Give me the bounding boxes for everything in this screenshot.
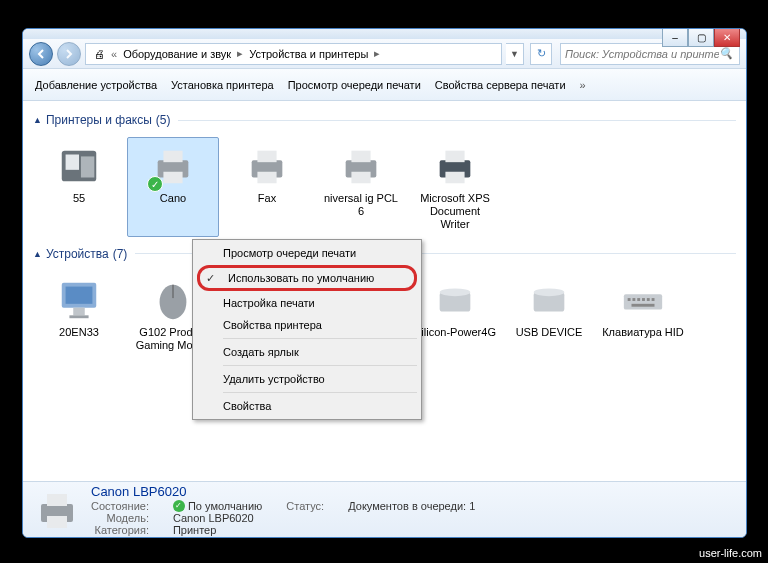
close-button[interactable]: ✕ — [714, 29, 740, 47]
printer-item[interactable]: Microsoft XPS Document Writer — [409, 137, 501, 237]
svg-rect-11 — [351, 172, 370, 184]
item-label: Клавиатура HID — [602, 326, 684, 339]
svg-point-30 — [534, 288, 565, 296]
titlebar: – ▢ ✕ — [23, 29, 746, 39]
printer-icon — [243, 142, 291, 190]
item-label: 55 — [73, 192, 85, 205]
drive-icon — [431, 276, 479, 324]
item-label: Silicon-Power4G — [414, 326, 496, 339]
svg-rect-18 — [69, 315, 88, 318]
server-props-button[interactable]: Свойства сервера печати — [435, 79, 566, 91]
svg-rect-14 — [445, 172, 464, 184]
item-label: USB DEVICE — [516, 326, 583, 339]
collapse-icon: ▲ — [33, 249, 42, 259]
svg-rect-41 — [47, 516, 67, 528]
search-input[interactable] — [565, 48, 719, 60]
item-label: Fax — [258, 192, 276, 205]
menu-props[interactable]: Свойства — [195, 395, 419, 417]
details-state-key: Состояние: — [91, 500, 149, 512]
svg-rect-10 — [351, 151, 370, 163]
breadcrumb-icon: 🖨 — [90, 48, 109, 60]
svg-rect-36 — [647, 298, 650, 301]
menu-separator — [223, 392, 417, 393]
device-item[interactable]: Silicon-Power4G — [409, 271, 501, 371]
chevron-right-icon: « — [109, 48, 119, 60]
details-model-value: Canon LBP6020 — [173, 512, 262, 524]
device-item[interactable]: USB DEVICE — [503, 271, 595, 371]
device-item[interactable]: Клавиатура HID — [597, 271, 689, 371]
svg-rect-13 — [445, 151, 464, 163]
menu-create-shortcut[interactable]: Создать ярлык — [195, 341, 419, 363]
collapse-icon: ▲ — [33, 115, 42, 125]
svg-rect-32 — [628, 298, 631, 301]
item-label: Cano — [160, 192, 186, 205]
default-badge-icon: ✓ — [147, 176, 163, 192]
nav-bar: 🖨 « Оборудование и звук ▸ Устройства и п… — [23, 39, 746, 69]
details-state-value: ✓По умолчанию — [173, 500, 262, 512]
item-label: niversal ig PCL 6 — [320, 192, 402, 218]
svg-rect-40 — [47, 494, 67, 506]
svg-rect-38 — [632, 303, 655, 306]
add-printer-button[interactable]: Установка принтера — [171, 79, 274, 91]
view-queue-button[interactable]: Просмотр очереди печати — [288, 79, 421, 91]
printer-item[interactable]: 55 — [33, 137, 125, 237]
svg-rect-1 — [66, 155, 79, 170]
section-label: Устройства — [46, 247, 109, 261]
svg-rect-4 — [163, 151, 182, 163]
menu-printer-props[interactable]: Свойства принтера — [195, 314, 419, 336]
details-category-key: Категория: — [91, 524, 149, 536]
back-button[interactable] — [29, 42, 53, 66]
watermark: user-life.com — [699, 547, 762, 559]
printer-item-selected[interactable]: ✓ Cano — [127, 137, 219, 237]
menu-view-queue[interactable]: Просмотр очереди печати — [195, 242, 419, 264]
svg-rect-17 — [73, 307, 85, 315]
section-count: (7) — [113, 247, 128, 261]
svg-rect-37 — [652, 298, 655, 301]
window: – ▢ ✕ 🖨 « Оборудование и звук ▸ Устройст… — [22, 28, 747, 538]
item-label: 20EN33 — [59, 326, 99, 339]
menu-separator — [223, 365, 417, 366]
chevron-right-icon: ▸ — [235, 47, 245, 60]
search-icon: 🔍 — [719, 47, 733, 60]
mouse-icon — [149, 276, 197, 324]
breadcrumb-seg[interactable]: Оборудование и звук — [119, 48, 235, 60]
printer-icon — [431, 142, 479, 190]
breadcrumb[interactable]: 🖨 « Оборудование и звук ▸ Устройства и п… — [85, 43, 502, 65]
section-header-printers[interactable]: ▲ Принтеры и факсы (5) — [23, 109, 746, 131]
section-label: Принтеры и факсы — [46, 113, 152, 127]
details-title: Canon LBP6020 — [91, 484, 475, 499]
forward-button[interactable] — [57, 42, 81, 66]
printer-item[interactable]: niversal ig PCL 6 — [315, 137, 407, 237]
minimize-button[interactable]: – — [662, 29, 688, 47]
svg-rect-8 — [257, 172, 276, 184]
add-device-button[interactable]: Добавление устройства — [35, 79, 157, 91]
keyboard-icon — [619, 276, 667, 324]
printer-icon — [33, 486, 81, 534]
toolbar-more[interactable]: » — [580, 79, 586, 91]
breadcrumb-seg[interactable]: Устройства и принтеры — [245, 48, 372, 60]
svg-rect-33 — [632, 298, 635, 301]
printer-icon — [337, 142, 385, 190]
toolbar: Добавление устройства Установка принтера… — [23, 69, 746, 101]
breadcrumb-dropdown[interactable]: ▼ — [506, 43, 524, 65]
content-area: ▲ Принтеры и факсы (5) 55 ✓ Cano — [23, 101, 746, 481]
svg-rect-16 — [66, 286, 93, 303]
details-pane: Canon LBP6020 Состояние: ✓По умолчанию С… — [23, 481, 746, 537]
svg-rect-35 — [642, 298, 645, 301]
fax-icon — [55, 142, 103, 190]
svg-rect-7 — [257, 151, 276, 163]
refresh-button[interactable]: ↻ — [530, 43, 552, 65]
menu-set-default[interactable]: ✓ Использовать по умолчанию — [197, 265, 417, 291]
menu-remove[interactable]: Удалить устройство — [195, 368, 419, 390]
section-count: (5) — [156, 113, 171, 127]
menu-separator — [223, 338, 417, 339]
menu-print-prefs[interactable]: Настройка печати — [195, 292, 419, 314]
printer-item[interactable]: Fax — [221, 137, 313, 237]
svg-rect-5 — [163, 172, 182, 184]
printer-icon: ✓ — [149, 142, 197, 190]
chevron-right-icon: ▸ — [372, 47, 382, 60]
details-status-value: Документов в очереди: 1 — [348, 500, 475, 512]
device-item[interactable]: 20EN33 — [33, 271, 125, 371]
drive-icon — [525, 276, 573, 324]
maximize-button[interactable]: ▢ — [688, 29, 714, 47]
